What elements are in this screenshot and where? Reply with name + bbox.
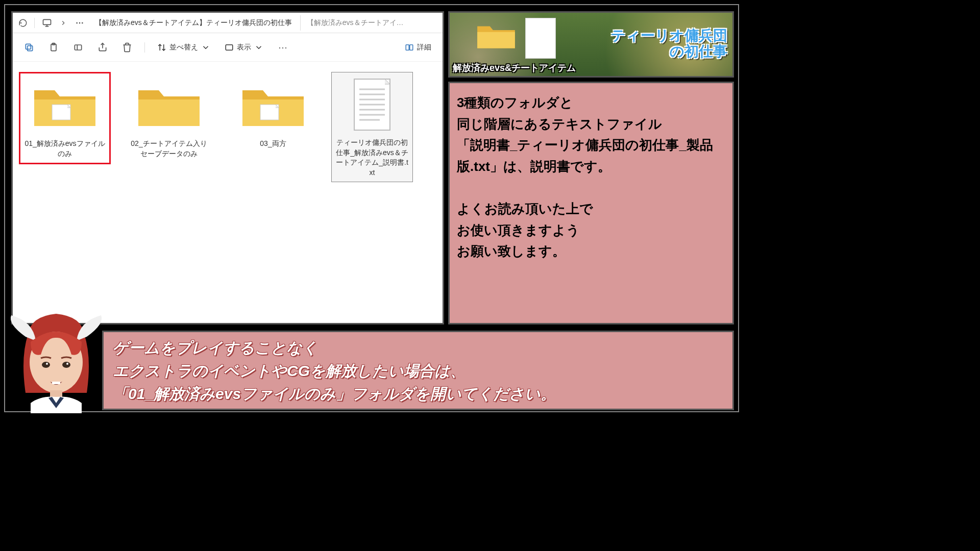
item-label: 03_両方 (260, 139, 286, 149)
item-label: ティーリオ傭兵団の初仕事_解放済みevs＆チートアイテム_説明書.txt (336, 138, 408, 178)
refresh-icon[interactable] (17, 17, 29, 29)
details-button[interactable]: 詳細 (400, 37, 436, 58)
item-label: 01_解放済みevsファイルのみ (24, 139, 105, 159)
folder-icon (474, 18, 518, 54)
folder-item-02[interactable]: 02_チートアイテム入りセーブデータのみ (123, 72, 215, 164)
share-icon[interactable] (92, 37, 113, 58)
svg-rect-14 (410, 44, 413, 50)
folder-item-01[interactable]: 01_解放済みevsファイルのみ (19, 72, 111, 164)
header-banner: ティーリオ傭兵団 の初仕事 解放済みevs&チートアイテム (448, 11, 734, 78)
rename-icon[interactable] (68, 37, 88, 58)
svg-rect-13 (406, 44, 409, 50)
chevron-down-icon (201, 43, 210, 52)
svg-rect-0 (43, 19, 51, 24)
file-explorer-window: ⋯ 【解放済みevs＆チートアイテム】ティーリオ傭兵団の初仕事 【解放済みevs… (11, 11, 444, 324)
copy-icon[interactable] (19, 37, 39, 58)
tab-inactive[interactable]: 【解放済みevs＆チートアイテム (300, 15, 412, 31)
folder-icon (237, 78, 309, 134)
monitor-icon[interactable] (40, 16, 54, 30)
file-list: 01_解放済みevsファイルのみ 02_チートアイテム入りセーブデータのみ 03… (13, 62, 443, 192)
text-document-icon (336, 77, 408, 133)
tab-bar: ⋯ 【解放済みevs＆チートアイテム】ティーリオ傭兵団の初仕事 【解放済みevs… (13, 13, 443, 33)
more-dots-icon[interactable]: ⋯ (72, 16, 87, 30)
info-panel: 3種類のフォルダと 同じ階層にあるテキストファイル 「説明書_ティーリオ傭兵団の… (448, 82, 734, 324)
svg-rect-7 (75, 45, 81, 50)
delete-icon[interactable] (117, 37, 137, 58)
document-icon (525, 18, 556, 59)
folder-icon (133, 78, 205, 134)
info-text: 3種類のフォルダと 同じ階層にあるテキストファイル 「説明書_ティーリオ傭兵団の… (457, 92, 725, 262)
chevron-down-icon (254, 43, 263, 52)
folder-icon (29, 78, 101, 134)
view-button[interactable]: 表示 (219, 37, 268, 58)
banner-caption: 解放済みevs&チートアイテム (453, 62, 576, 74)
dialogue-panel: ゲームをプレイすることなく エクストラのイベントやCGを解放したい場合は、 「0… (102, 331, 734, 410)
banner-title: ティーリオ傭兵団 の初仕事 (611, 28, 727, 60)
svg-rect-3 (28, 45, 33, 51)
svg-rect-12 (226, 44, 233, 50)
dialogue-text: ゲームをプレイすることなく エクストラのイベントやCGを解放したい場合は、 「0… (113, 336, 556, 405)
tab-active[interactable]: 【解放済みevs＆チートアイテム】ティーリオ傭兵団の初仕事 (89, 15, 298, 31)
explorer-toolbar: 並べ替え 表示 ⋯ 詳細 (13, 33, 443, 62)
banner-thumbs (474, 18, 556, 59)
folder-item-03[interactable]: 03_両方 (227, 72, 319, 155)
paste-icon[interactable] (43, 37, 64, 58)
view-label: 表示 (237, 43, 251, 52)
sort-label: 並べ替え (169, 43, 198, 52)
svg-rect-4 (26, 44, 31, 49)
more-icon[interactable]: ⋯ (273, 37, 293, 58)
details-label: 詳細 (417, 43, 431, 52)
item-label: 02_チートアイテム入りセーブデータのみ (129, 139, 209, 159)
forward-icon[interactable] (56, 16, 70, 30)
sort-button[interactable]: 並べ替え (152, 37, 215, 58)
text-file-item[interactable]: ティーリオ傭兵団の初仕事_解放済みevs＆チートアイテム_説明書.txt (331, 72, 413, 182)
